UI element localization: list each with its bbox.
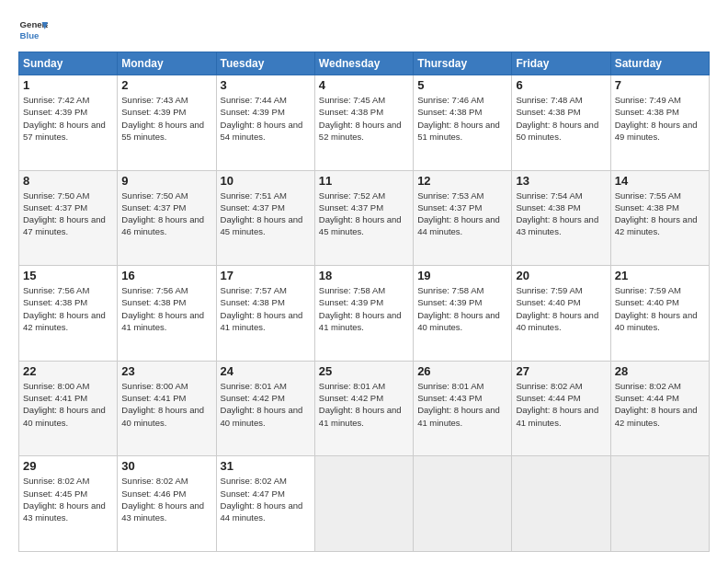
day-number: 4 — [319, 78, 409, 92]
calendar-week-row: 15 Sunrise: 7:56 AMSunset: 4:38 PMDaylig… — [19, 266, 710, 362]
cell-content: Sunrise: 8:02 AMSunset: 4:45 PMDaylight:… — [23, 476, 106, 523]
calendar-cell: 11 Sunrise: 7:52 AMSunset: 4:37 PMDaylig… — [314, 170, 413, 266]
day-number: 24 — [221, 364, 311, 378]
day-number: 19 — [417, 269, 507, 282]
calendar-cell: 9 Sunrise: 7:50 AMSunset: 4:37 PMDayligh… — [118, 170, 216, 266]
calendar-cell: 8 Sunrise: 7:50 AMSunset: 4:37 PMDayligh… — [19, 170, 118, 266]
calendar-cell: 23 Sunrise: 8:00 AMSunset: 4:41 PMDaylig… — [118, 361, 216, 456]
day-number: 20 — [516, 269, 606, 282]
day-number: 9 — [121, 174, 211, 188]
cell-content: Sunrise: 7:58 AMSunset: 4:39 PMDaylight:… — [417, 285, 500, 332]
day-number: 14 — [615, 174, 705, 188]
day-number: 16 — [121, 269, 211, 282]
calendar-cell: 16 Sunrise: 7:56 AMSunset: 4:38 PMDaylig… — [118, 266, 216, 362]
calendar-cell: 12 Sunrise: 7:53 AMSunset: 4:37 PMDaylig… — [414, 170, 512, 266]
day-number: 30 — [121, 459, 211, 473]
day-number: 22 — [23, 364, 113, 378]
calendar-cell: 21 Sunrise: 7:59 AMSunset: 4:40 PMDaylig… — [610, 266, 709, 362]
day-number: 10 — [221, 174, 311, 188]
cell-content: Sunrise: 7:54 AMSunset: 4:38 PMDaylight:… — [516, 190, 598, 237]
day-number: 1 — [23, 78, 113, 92]
page: General Blue SundayMondayTuesdayWednesda… — [0, 0, 728, 563]
day-number: 7 — [615, 78, 705, 92]
cell-content: Sunrise: 7:48 AMSunset: 4:38 PMDaylight:… — [516, 95, 598, 142]
calendar-cell: 26 Sunrise: 8:01 AMSunset: 4:43 PMDaylig… — [414, 361, 512, 456]
day-number: 28 — [615, 364, 705, 378]
day-number: 15 — [23, 269, 113, 282]
cell-content: Sunrise: 7:56 AMSunset: 4:38 PMDaylight:… — [121, 285, 204, 332]
cell-content: Sunrise: 7:45 AMSunset: 4:38 PMDaylight:… — [319, 95, 402, 142]
cell-content: Sunrise: 7:42 AMSunset: 4:39 PMDaylight:… — [23, 95, 106, 142]
calendar-cell: 6 Sunrise: 7:48 AMSunset: 4:38 PMDayligh… — [512, 75, 610, 171]
day-number: 26 — [417, 364, 507, 378]
header: General Blue — [18, 15, 710, 44]
calendar-cell: 3 Sunrise: 7:44 AMSunset: 4:39 PMDayligh… — [216, 75, 314, 171]
cell-content: Sunrise: 8:01 AMSunset: 4:43 PMDaylight:… — [417, 381, 500, 428]
cell-content: Sunrise: 8:01 AMSunset: 4:42 PMDaylight:… — [221, 381, 303, 428]
day-number: 27 — [516, 364, 606, 378]
cell-content: Sunrise: 7:51 AMSunset: 4:37 PMDaylight:… — [221, 190, 303, 237]
calendar-cell: 10 Sunrise: 7:51 AMSunset: 4:37 PMDaylig… — [216, 170, 314, 266]
calendar-cell: 18 Sunrise: 7:58 AMSunset: 4:39 PMDaylig… — [314, 266, 413, 362]
cell-content: Sunrise: 7:53 AMSunset: 4:37 PMDaylight:… — [417, 190, 500, 237]
cell-content: Sunrise: 8:02 AMSunset: 4:47 PMDaylight:… — [221, 476, 303, 523]
weekday-header-row: SundayMondayTuesdayWednesdayThursdayFrid… — [19, 52, 710, 75]
cell-content: Sunrise: 7:49 AMSunset: 4:38 PMDaylight:… — [615, 95, 698, 142]
calendar-cell: 20 Sunrise: 7:59 AMSunset: 4:40 PMDaylig… — [512, 266, 610, 362]
calendar-cell: 13 Sunrise: 7:54 AMSunset: 4:38 PMDaylig… — [512, 170, 610, 266]
cell-content: Sunrise: 7:58 AMSunset: 4:39 PMDaylight:… — [319, 285, 402, 332]
calendar-week-row: 29 Sunrise: 8:02 AMSunset: 4:45 PMDaylig… — [19, 456, 710, 552]
weekday-header-saturday: Saturday — [610, 52, 709, 75]
cell-content: Sunrise: 8:01 AMSunset: 4:42 PMDaylight:… — [319, 381, 402, 428]
cell-content: Sunrise: 7:46 AMSunset: 4:38 PMDaylight:… — [417, 95, 500, 142]
calendar-cell: 1 Sunrise: 7:42 AMSunset: 4:39 PMDayligh… — [19, 75, 118, 171]
cell-content: Sunrise: 7:50 AMSunset: 4:37 PMDaylight:… — [121, 190, 204, 237]
cell-content: Sunrise: 7:59 AMSunset: 4:40 PMDaylight:… — [516, 285, 598, 332]
calendar-table: SundayMondayTuesdayWednesdayThursdayFrid… — [18, 52, 710, 552]
weekday-header-friday: Friday — [512, 52, 610, 75]
day-number: 31 — [221, 459, 311, 473]
day-number: 8 — [23, 174, 113, 188]
calendar-cell: 15 Sunrise: 7:56 AMSunset: 4:38 PMDaylig… — [19, 266, 118, 362]
calendar-cell: 24 Sunrise: 8:01 AMSunset: 4:42 PMDaylig… — [216, 361, 314, 456]
day-number: 13 — [516, 174, 606, 188]
day-number: 21 — [615, 269, 705, 282]
logo: General Blue — [18, 15, 48, 44]
cell-content: Sunrise: 7:43 AMSunset: 4:39 PMDaylight:… — [121, 95, 204, 142]
calendar-week-row: 1 Sunrise: 7:42 AMSunset: 4:39 PMDayligh… — [19, 75, 710, 171]
weekday-header-thursday: Thursday — [414, 52, 512, 75]
calendar-cell: 31 Sunrise: 8:02 AMSunset: 4:47 PMDaylig… — [216, 456, 314, 552]
cell-content: Sunrise: 7:57 AMSunset: 4:38 PMDaylight:… — [221, 285, 303, 332]
day-number: 23 — [121, 364, 211, 378]
day-number: 18 — [319, 269, 409, 282]
logo-icon: General Blue — [18, 15, 48, 44]
weekday-header-wednesday: Wednesday — [314, 52, 413, 75]
calendar-cell: 5 Sunrise: 7:46 AMSunset: 4:38 PMDayligh… — [414, 75, 512, 171]
calendar-cell: 27 Sunrise: 8:02 AMSunset: 4:44 PMDaylig… — [512, 361, 610, 456]
calendar-cell: 29 Sunrise: 8:02 AMSunset: 4:45 PMDaylig… — [19, 456, 118, 552]
weekday-header-sunday: Sunday — [19, 52, 118, 75]
cell-content: Sunrise: 8:02 AMSunset: 4:44 PMDaylight:… — [615, 381, 698, 428]
day-number: 3 — [221, 78, 311, 92]
cell-content: Sunrise: 7:50 AMSunset: 4:37 PMDaylight:… — [23, 190, 106, 237]
cell-content: Sunrise: 7:56 AMSunset: 4:38 PMDaylight:… — [23, 285, 106, 332]
day-number: 11 — [319, 174, 409, 188]
day-number: 5 — [417, 78, 507, 92]
calendar-cell — [610, 456, 709, 552]
cell-content: Sunrise: 7:44 AMSunset: 4:39 PMDaylight:… — [221, 95, 303, 142]
cell-content: Sunrise: 7:59 AMSunset: 4:40 PMDaylight:… — [615, 285, 698, 332]
calendar-cell: 4 Sunrise: 7:45 AMSunset: 4:38 PMDayligh… — [314, 75, 413, 171]
calendar-cell: 25 Sunrise: 8:01 AMSunset: 4:42 PMDaylig… — [314, 361, 413, 456]
day-number: 29 — [23, 459, 113, 473]
weekday-header-monday: Monday — [118, 52, 216, 75]
svg-text:Blue: Blue — [20, 30, 40, 40]
calendar-cell: 19 Sunrise: 7:58 AMSunset: 4:39 PMDaylig… — [414, 266, 512, 362]
cell-content: Sunrise: 8:00 AMSunset: 4:41 PMDaylight:… — [23, 381, 106, 428]
calendar-week-row: 8 Sunrise: 7:50 AMSunset: 4:37 PMDayligh… — [19, 170, 710, 266]
day-number: 12 — [417, 174, 507, 188]
calendar-cell: 17 Sunrise: 7:57 AMSunset: 4:38 PMDaylig… — [216, 266, 314, 362]
day-number: 17 — [221, 269, 311, 282]
cell-content: Sunrise: 8:02 AMSunset: 4:44 PMDaylight:… — [516, 381, 598, 428]
cell-content: Sunrise: 8:02 AMSunset: 4:46 PMDaylight:… — [121, 476, 204, 523]
calendar-cell: 2 Sunrise: 7:43 AMSunset: 4:39 PMDayligh… — [118, 75, 216, 171]
